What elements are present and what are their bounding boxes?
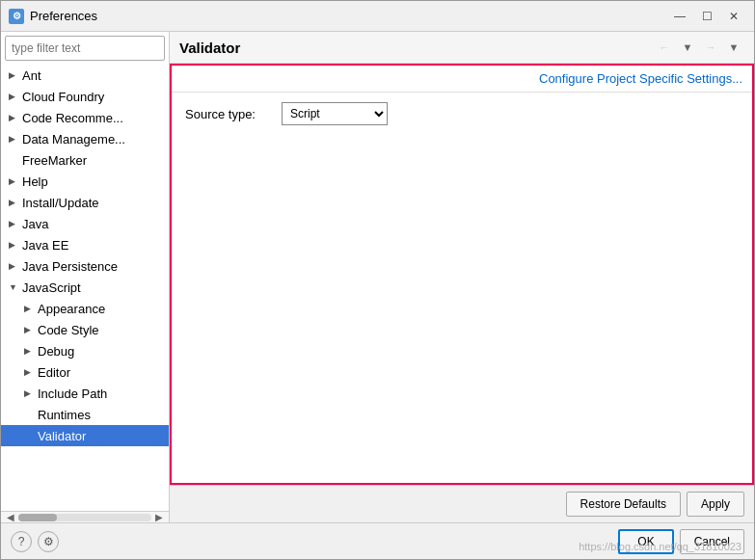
sidebar-item-label: Code Style xyxy=(38,323,99,337)
sidebar-item-label: Data Manageme... xyxy=(22,132,125,147)
sidebar-item-java-persistence[interactable]: ▶ Java Persistence xyxy=(1,255,169,277)
app-icon: ⚙ xyxy=(9,9,24,24)
window-controls: — ☐ ✕ xyxy=(667,7,746,26)
scroll-left-btn[interactable]: ◀ xyxy=(3,512,18,523)
filter-input[interactable] xyxy=(5,36,165,61)
validator-content-area: Configure Project Specific Settings... S… xyxy=(170,64,754,485)
expand-icon: ▶ xyxy=(9,219,18,228)
sidebar-item-label: Include Path xyxy=(38,387,107,401)
expand-icon: ▶ xyxy=(9,92,18,101)
sidebar-item-javascript[interactable]: ▼ JavaScript xyxy=(1,277,169,298)
configure-link[interactable]: Configure Project Specific Settings... xyxy=(539,71,742,86)
help-icon[interactable]: ? xyxy=(11,531,32,552)
back-button[interactable]: ← xyxy=(654,38,675,57)
settings-icon[interactable]: ⚙ xyxy=(38,531,59,552)
source-type-select[interactable]: Script HTML CSS JSON xyxy=(282,102,388,125)
window-title: Preferences xyxy=(30,9,667,23)
expand-icon: ▶ xyxy=(24,346,34,356)
toolbar-dropdown-button[interactable]: ▼ xyxy=(723,38,744,57)
sidebar-item-label: Ant xyxy=(22,68,41,83)
expand-icon: ▼ xyxy=(9,282,18,292)
expand-icon: ▶ xyxy=(24,367,34,377)
sidebar-item-label: Appearance xyxy=(38,302,105,316)
sidebar-item-freemarker[interactable]: ▶ FreeMarker xyxy=(1,149,169,171)
sidebar-item-label: Help xyxy=(22,174,48,189)
source-type-label: Source type: xyxy=(185,107,272,121)
expand-icon: ▶ xyxy=(9,240,18,250)
expand-icon: ▶ xyxy=(24,325,34,334)
sidebar-item-label: Validator xyxy=(38,429,86,443)
bottom-actions: Restore Defaults Apply xyxy=(566,492,744,517)
sidebar-item-label: Install/Update xyxy=(22,196,99,210)
sidebar-scrollbar[interactable]: ◀ ▶ xyxy=(1,511,169,522)
sidebar-item-label: Code Recomme... xyxy=(22,111,123,125)
restore-defaults-button[interactable]: Restore Defaults xyxy=(566,492,681,517)
sidebar-item-validator[interactable]: ▶ Validator xyxy=(1,425,169,446)
sidebar-item-include-path[interactable]: ▶ Include Path xyxy=(1,383,169,404)
sidebar-item-code-style[interactable]: ▶ Code Style xyxy=(1,319,169,340)
ok-button[interactable]: OK xyxy=(618,529,673,554)
sidebar-item-ant[interactable]: ▶ Ant xyxy=(1,65,169,86)
panel-toolbar: ← ▼ → ▼ xyxy=(654,38,744,57)
sidebar-item-label: Java Persistence xyxy=(22,259,118,274)
expand-icon: ▶ xyxy=(24,304,34,313)
sidebar-item-cloud-foundry[interactable]: ▶ Cloud Foundry xyxy=(1,86,169,107)
configure-link-row: Configure Project Specific Settings... xyxy=(172,66,752,93)
sidebar-item-help[interactable]: ▶ Help xyxy=(1,171,169,192)
sidebar-item-label: Runtimes xyxy=(38,408,91,422)
title-bar: ⚙ Preferences — ☐ ✕ xyxy=(1,1,754,32)
sidebar-item-label: Java xyxy=(22,217,48,231)
right-panel: Validator ← ▼ → ▼ Configure Project Spec… xyxy=(170,32,754,522)
maximize-button[interactable]: ☐ xyxy=(694,7,719,26)
scroll-right-btn[interactable]: ▶ xyxy=(151,512,167,523)
close-button[interactable]: ✕ xyxy=(721,7,746,26)
sidebar-item-debug[interactable]: ▶ Debug xyxy=(1,340,169,361)
footer: ? ⚙ OK Cancel xyxy=(1,522,754,559)
sidebar-item-editor[interactable]: ▶ Editor xyxy=(1,361,169,383)
preferences-window: ⚙ Preferences — ☐ ✕ ▶ Ant ▶ Cloud Foundr… xyxy=(0,0,755,560)
minimize-button[interactable]: — xyxy=(667,7,692,26)
sidebar-item-label: Debug xyxy=(38,344,74,359)
apply-button[interactable]: Apply xyxy=(687,492,744,517)
expand-icon: ▶ xyxy=(9,176,18,186)
source-type-row: Source type: Script HTML CSS JSON xyxy=(172,93,752,135)
scroll-thumb[interactable] xyxy=(18,514,57,521)
sidebar-item-data-management[interactable]: ▶ Data Manageme... xyxy=(1,128,169,149)
sidebar-item-label: Java EE xyxy=(22,238,68,253)
panel-title: Validator xyxy=(179,40,240,56)
expand-icon: ▶ xyxy=(9,261,18,271)
sidebar-item-appearance[interactable]: ▶ Appearance xyxy=(1,298,169,319)
sidebar-item-install-update[interactable]: ▶ Install/Update xyxy=(1,192,169,213)
back-dropdown-button[interactable]: ▼ xyxy=(677,38,698,57)
panel-header: Validator ← ▼ → ▼ xyxy=(170,32,754,64)
sidebar-item-label: Editor xyxy=(38,365,70,380)
footer-ok-cancel: OK Cancel xyxy=(618,529,744,554)
sidebar-item-code-recommender[interactable]: ▶ Code Recomme... xyxy=(1,107,169,128)
tree-area: ▶ Ant ▶ Cloud Foundry ▶ Code Recomme... … xyxy=(1,65,169,511)
sidebar-item-java-ee[interactable]: ▶ Java EE xyxy=(1,234,169,255)
main-content: ▶ Ant ▶ Cloud Foundry ▶ Code Recomme... … xyxy=(1,32,754,522)
expand-icon: ▶ xyxy=(9,134,18,144)
expand-icon: ▶ xyxy=(9,113,18,122)
forward-button[interactable]: → xyxy=(700,38,721,57)
expand-icon: ▶ xyxy=(9,70,18,80)
footer-icons: ? ⚙ xyxy=(11,531,59,552)
expand-icon: ▶ xyxy=(24,388,34,398)
sidebar-item-runtimes[interactable]: ▶ Runtimes xyxy=(1,404,169,425)
sidebar-item-java[interactable]: ▶ Java xyxy=(1,213,169,234)
sidebar-item-label: FreeMarker xyxy=(22,153,87,168)
cancel-button[interactable]: Cancel xyxy=(680,529,744,554)
expand-icon: ▶ xyxy=(9,198,18,207)
sidebar-item-label: Cloud Foundry xyxy=(22,90,104,104)
sidebar-item-label: JavaScript xyxy=(22,280,81,295)
sidebar: ▶ Ant ▶ Cloud Foundry ▶ Code Recomme... … xyxy=(1,32,170,522)
scroll-track[interactable] xyxy=(18,514,151,521)
bottom-bar: Restore Defaults Apply xyxy=(170,485,754,522)
